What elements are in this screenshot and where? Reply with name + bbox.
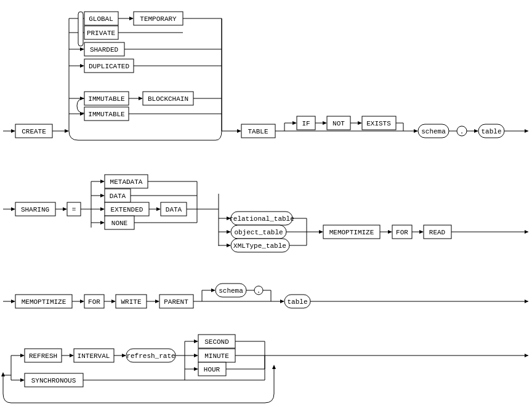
read-label: READ: [429, 229, 446, 236]
global-label: GLOBAL: [89, 15, 113, 23]
svg-marker-10: [129, 17, 134, 20]
svg-marker-115: [20, 354, 25, 357]
svg-marker-35: [292, 121, 297, 125]
for2-label: FOR: [88, 298, 100, 306]
equals-label: =: [72, 206, 76, 213]
memoptimize2-label: MEMOPTIMIZE: [22, 298, 66, 306]
svg-marker-3: [65, 129, 69, 133]
svg-marker-99: [155, 300, 159, 303]
second-label: SECOND: [204, 338, 229, 346]
svg-marker-111: [525, 300, 528, 303]
schema2-label: schema: [219, 287, 243, 295]
dot2-label: .: [257, 287, 261, 295]
data1-label: DATA: [110, 193, 126, 200]
extended-label: EXTENDED: [111, 206, 143, 213]
svg-marker-91: [525, 230, 528, 234]
svg-marker-117: [70, 354, 74, 357]
duplicated-label: DUPLICATED: [89, 63, 129, 70]
create-label: CREATE: [22, 128, 46, 135]
hour-label: HOUR: [204, 366, 220, 373]
svg-marker-133: [525, 354, 528, 357]
svg-marker-65: [156, 207, 161, 211]
svg-marker-27: [80, 112, 84, 116]
svg-marker-51: [11, 207, 15, 211]
svg-marker-123: [194, 340, 198, 343]
immutable2-label: IMMUTABLE: [88, 111, 125, 118]
svg-marker-85: [319, 230, 323, 234]
table-label: TABLE: [248, 128, 268, 135]
if-label: IF: [302, 120, 310, 127]
svg-marker-103: [211, 288, 216, 292]
none-label: NONE: [111, 220, 128, 227]
write-label: WRITE: [121, 298, 141, 306]
svg-marker-63: [100, 207, 105, 211]
svg-marker-129: [194, 367, 198, 371]
sharded-label: SHARDED: [90, 46, 119, 54]
svg-marker-49: [525, 129, 528, 133]
svg-marker-126: [194, 354, 198, 357]
svg-marker-93: [11, 300, 15, 303]
svg-marker-1: [11, 129, 15, 133]
relational-table-label: relational_table: [229, 215, 294, 223]
svg-marker-24: [139, 97, 143, 100]
svg-marker-89: [419, 230, 424, 234]
parent-label: PARENT: [164, 298, 188, 306]
dot-label: .: [460, 128, 464, 135]
temporary-label: TEMPORARY: [140, 15, 177, 23]
metadata-label: METADATA: [110, 178, 143, 186]
svg-marker-68: [100, 221, 105, 224]
svg-marker-109: [280, 300, 284, 303]
exists-label: EXISTS: [366, 120, 391, 127]
private-label: PRIVATE: [87, 30, 116, 37]
for1-label: FOR: [396, 229, 408, 236]
svg-marker-139: [1, 372, 5, 376]
svg-marker-138: [272, 365, 276, 369]
refresh-rate-label: refresh_rate: [126, 352, 175, 360]
svg-marker-53: [63, 207, 67, 211]
svg-marker-81: [227, 244, 231, 247]
svg-marker-47: [474, 129, 478, 133]
minute-label: MINUTE: [204, 352, 229, 360]
tablename-label: table: [481, 128, 501, 135]
sharing-label: SHARING: [21, 206, 49, 213]
synchronous-label: SYNCHRONOUS: [31, 377, 76, 384]
svg-marker-78: [227, 230, 231, 234]
memoptimize1-label: MEMOPTIMIZE: [329, 229, 374, 236]
svg-marker-31: [237, 129, 241, 133]
svg-marker-16: [80, 47, 84, 51]
svg-marker-135: [20, 378, 25, 382]
svg-rect-14: [78, 12, 83, 46]
svg-marker-37: [323, 121, 327, 125]
object-table-label: object_table: [234, 229, 283, 236]
svg-marker-60: [100, 194, 105, 197]
interval-label: INTERVAL: [78, 352, 110, 360]
data2-label: DATA: [166, 206, 182, 213]
blockchain-label: BLOCKCHAIN: [148, 95, 188, 103]
table2-label: table: [287, 298, 307, 306]
svg-marker-97: [111, 300, 116, 303]
svg-marker-119: [122, 354, 126, 357]
svg-marker-44: [414, 129, 418, 133]
svg-marker-39: [358, 121, 362, 125]
svg-marker-57: [100, 180, 105, 183]
svg-marker-87: [388, 230, 392, 234]
immutable1-label: IMMUTABLE: [88, 95, 125, 103]
svg-marker-19: [80, 64, 84, 68]
schema-label: schema: [421, 128, 446, 135]
svg-marker-95: [80, 300, 84, 303]
refresh-label: REFRESH: [29, 352, 57, 360]
not-label: NOT: [332, 120, 345, 127]
xmltype-table-label: XMLType_table: [233, 242, 286, 250]
